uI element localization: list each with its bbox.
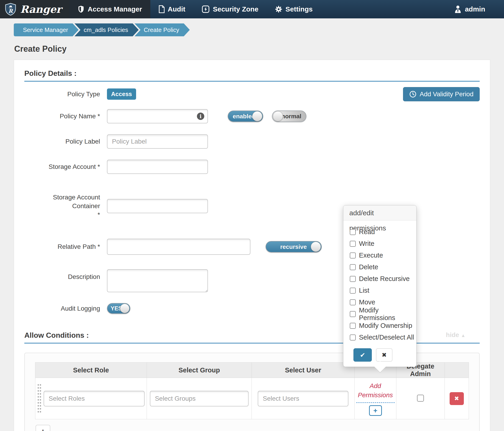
file-icon bbox=[159, 5, 165, 13]
clock-icon bbox=[409, 91, 417, 98]
permissions-popup-title: add/edit permissions bbox=[343, 205, 416, 221]
header-select-user: Select User bbox=[252, 363, 354, 378]
page-title: Create Policy bbox=[14, 44, 504, 54]
enabled-toggle[interactable]: enabled bbox=[228, 111, 263, 122]
toggle-knob bbox=[273, 111, 283, 121]
add-condition-row-button[interactable]: + bbox=[36, 425, 50, 431]
drag-handle[interactable] bbox=[37, 384, 42, 414]
ranger-logo[interactable]: R Ranger bbox=[0, 0, 69, 18]
info-icon[interactable]: i bbox=[197, 112, 204, 120]
toggle-knob bbox=[311, 242, 321, 252]
description-textarea[interactable] bbox=[107, 269, 208, 292]
username: admin bbox=[465, 5, 485, 13]
allow-conditions-table: Select Role Select Group Select User Del… bbox=[35, 362, 469, 419]
nav-item-audit[interactable]: Audit bbox=[150, 0, 194, 18]
checkbox-icon[interactable] bbox=[350, 288, 356, 294]
top-navbar: R Ranger Access Manager bbox=[0, 0, 504, 18]
breadcrumb-service-manager[interactable]: Service Manager bbox=[14, 23, 79, 36]
checkbox-icon[interactable] bbox=[350, 229, 356, 235]
policy-label-input[interactable] bbox=[107, 134, 208, 149]
delete-row-button[interactable]: ✖ bbox=[450, 392, 464, 405]
brand-name: Ranger bbox=[20, 3, 62, 15]
policy-name-input[interactable] bbox=[107, 109, 208, 123]
audit-logging-label: Audit Logging bbox=[24, 304, 100, 313]
user-menu[interactable]: admin bbox=[449, 0, 504, 18]
chevron-up-icon: ▲ bbox=[461, 333, 465, 338]
create-policy-page: R Ranger Access Manager bbox=[0, 0, 504, 431]
relative-path-input[interactable] bbox=[107, 239, 250, 255]
condition-row: Add Permissions + ✖ bbox=[35, 378, 469, 419]
header-select-group: Select Group bbox=[147, 363, 252, 378]
policy-type-badge: Access bbox=[107, 88, 136, 100]
nav-item-settings[interactable]: Settings bbox=[267, 0, 321, 18]
storage-account-label: Storage Account * bbox=[24, 162, 100, 171]
select-groups-input[interactable] bbox=[150, 391, 249, 406]
svg-text:R: R bbox=[9, 8, 13, 14]
breadcrumb: Service Manager cm_adls Policies Create … bbox=[14, 23, 504, 36]
checkbox-icon[interactable] bbox=[350, 253, 356, 258]
checkbox-icon[interactable] bbox=[350, 323, 356, 329]
user-icon bbox=[454, 5, 462, 13]
breadcrumb-cm-adls-policies[interactable]: cm_adls Policies bbox=[75, 23, 139, 36]
add-permissions-plus-button[interactable]: + bbox=[369, 405, 382, 416]
permission-option-execute[interactable]: Execute bbox=[350, 250, 416, 261]
nav-item-label: Settings bbox=[286, 5, 313, 13]
nav-item-label: Access Manager bbox=[88, 5, 142, 13]
ranger-shield-logo-icon: R bbox=[4, 3, 17, 16]
add-validity-period-button[interactable]: Add Validity Period bbox=[403, 87, 480, 101]
policy-type-label: Policy Type bbox=[24, 90, 100, 99]
toggle-knob bbox=[120, 304, 129, 313]
checkbox-icon[interactable] bbox=[350, 299, 356, 305]
nav-item-security-zone[interactable]: Security Zone bbox=[193, 0, 266, 18]
gear-icon bbox=[275, 6, 282, 13]
policy-details-header: Policy Details : bbox=[24, 69, 480, 82]
storage-account-input[interactable] bbox=[107, 160, 208, 174]
toggle-knob bbox=[252, 111, 262, 121]
normal-override-toggle[interactable]: normal bbox=[272, 111, 306, 122]
description-label: Description bbox=[24, 269, 100, 281]
shield-icon bbox=[78, 5, 84, 13]
permissions-list: Read Write Execute Delete Delete Recursi… bbox=[343, 221, 416, 346]
nav-item-access-manager[interactable]: Access Manager bbox=[69, 0, 150, 18]
header-select-role: Select Role bbox=[35, 363, 147, 378]
header-actions bbox=[445, 363, 469, 378]
policy-details-heading: Policy Details : bbox=[24, 69, 480, 78]
checkbox-icon[interactable] bbox=[350, 276, 356, 282]
breadcrumb-create-policy: Create Policy bbox=[135, 23, 190, 36]
nav-item-label: Audit bbox=[168, 5, 185, 13]
select-users-input[interactable] bbox=[258, 391, 348, 406]
permission-option-write[interactable]: Write bbox=[350, 238, 416, 250]
bolt-icon bbox=[202, 5, 209, 13]
required-mark: * bbox=[98, 211, 100, 218]
permission-option-modify-ownership[interactable]: Modify Ownership bbox=[350, 320, 416, 331]
policy-name-label: Policy Name * bbox=[24, 112, 100, 121]
cancel-permissions-button[interactable]: ✖ bbox=[376, 348, 392, 362]
permission-option-delete[interactable]: Delete bbox=[350, 261, 416, 273]
confirm-permissions-button[interactable]: ✔ bbox=[353, 348, 372, 362]
select-roles-input[interactable] bbox=[44, 391, 144, 406]
storage-account-container-label: Storage Account Container * bbox=[24, 193, 100, 219]
audit-logging-toggle[interactable]: YES bbox=[107, 303, 130, 314]
nav-item-label: Security Zone bbox=[213, 5, 258, 13]
add-permissions-link[interactable]: Add Permissions bbox=[356, 381, 395, 403]
checkbox-icon[interactable] bbox=[350, 335, 356, 340]
storage-account-container-input[interactable] bbox=[107, 199, 208, 213]
permissions-popup: add/edit permissions Read Write Execute … bbox=[343, 205, 417, 367]
delegate-admin-checkbox[interactable] bbox=[417, 395, 424, 402]
checkbox-icon[interactable] bbox=[350, 264, 356, 270]
checkbox-icon[interactable] bbox=[350, 311, 356, 317]
nav-menu: Access Manager Audit Sec bbox=[69, 0, 321, 18]
policy-label-label: Policy Label bbox=[24, 137, 100, 146]
permission-option-list[interactable]: List bbox=[350, 285, 416, 296]
permission-option-delete-recursive[interactable]: Delete Recursive bbox=[350, 273, 416, 285]
hide-section-link[interactable]: hide ▲ bbox=[446, 331, 465, 339]
permission-option-select-deselect-all[interactable]: Select/Deselect All bbox=[350, 331, 416, 343]
recursive-toggle[interactable]: recursive bbox=[266, 241, 322, 253]
permission-option-modify-permissions[interactable]: Modify Permissions bbox=[350, 308, 416, 320]
relative-path-label: Relative Path * bbox=[24, 242, 100, 251]
checkbox-icon[interactable] bbox=[350, 241, 356, 247]
create-policy-form-panel: Policy Details : Add Validity Period Pol… bbox=[14, 60, 490, 431]
